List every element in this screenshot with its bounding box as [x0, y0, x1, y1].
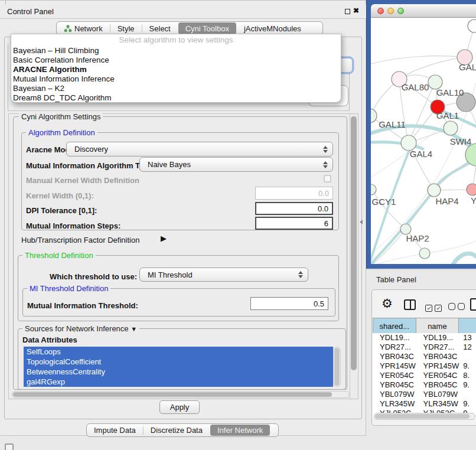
table-row[interactable]: YBL079WYBL079W: [373, 390, 476, 399]
aracne-mode-combobox[interactable]: Discovery: [66, 142, 333, 156]
table-cell[interactable]: YER054C: [416, 371, 460, 380]
network-edge[interactable]: [406, 190, 434, 229]
table-cell[interactable]: YDL19...: [373, 333, 416, 343]
hub-definition-label[interactable]: Hub/Transcription Factor Definition: [21, 236, 139, 244]
column-layout-icon[interactable]: [404, 299, 416, 310]
table-cell[interactable]: 12: [459, 343, 476, 352]
tab-network[interactable]: Network: [57, 22, 110, 35]
tab-style[interactable]: Style: [110, 22, 142, 35]
tab-discretize-data[interactable]: Discretize Data: [144, 424, 210, 436]
network-node[interactable]: [468, 19, 476, 32]
table-cell[interactable]: [459, 390, 476, 399]
close-panel-icon[interactable]: ✖: [353, 6, 359, 15]
table-cell[interactable]: YER054C: [373, 371, 416, 380]
kernel-width-field[interactable]: 0.0: [255, 187, 333, 200]
table-cell[interactable]: YLR345W: [373, 399, 416, 409]
table-cell[interactable]: YLR345W: [416, 399, 460, 409]
network-node[interactable]: [428, 184, 441, 197]
table-row[interactable]: YER054CYER054C8.: [373, 371, 476, 380]
network-canvas[interactable]: GALGAL80GAL10GAL1GAL11SWI4GAL4GCY1HAP4YH…: [371, 18, 476, 264]
window-minimize-button[interactable]: [387, 8, 394, 14]
algorithm-dropdown-item[interactable]: Mutual Information Inference: [11, 74, 341, 84]
network-graph: GALGAL80GAL10GAL1GAL11SWI4GAL4GCY1HAP4YH…: [371, 18, 476, 264]
table-header-partial[interactable]: [459, 318, 476, 334]
tab-select[interactable]: Select: [142, 22, 178, 35]
table-header-shared-name[interactable]: shared...: [373, 318, 416, 334]
table-row[interactable]: YPR145WYPR145W9.: [373, 361, 476, 371]
table-cell[interactable]: YDR27...: [373, 343, 416, 352]
table-row[interactable]: YDR27...YDR27...12: [373, 343, 476, 352]
which-threshold-combobox[interactable]: MI Threshold: [139, 268, 308, 282]
table-cell[interactable]: YPR145W: [416, 361, 460, 371]
table-row[interactable]: YDL19...YDL19...13: [373, 333, 476, 343]
attributes-list-scrollbar-thumb[interactable]: [334, 348, 340, 386]
table-cell[interactable]: 13: [459, 333, 476, 343]
data-attribute-item[interactable]: TopologicalCoefficient: [24, 357, 333, 367]
table-cell[interactable]: 9.: [459, 399, 476, 409]
table-cell[interactable]: YDR27...: [416, 343, 460, 352]
network-node[interactable]: [371, 109, 377, 123]
window-close-button[interactable]: [377, 8, 384, 14]
network-edge[interactable]: [452, 253, 476, 264]
docked-panel-icon[interactable]: [5, 444, 14, 450]
table-cell[interactable]: YBR043C: [373, 352, 416, 361]
settings-horizontal-scrollbar-thumb[interactable]: [13, 392, 332, 397]
algorithm-dropdown-item[interactable]: Bayesian – K2: [11, 84, 341, 93]
network-node[interactable]: [444, 121, 458, 135]
data-attribute-item[interactable]: BetweennessCentrality: [24, 367, 333, 377]
split-divider-arrow-icon[interactable]: [360, 220, 363, 224]
network-window-titlebar[interactable]: [371, 4, 476, 18]
settings-vertical-scrollbar-thumb[interactable]: [351, 116, 357, 370]
table-row[interactable]: YBR045CYBR045C9.: [373, 380, 476, 390]
table-cell[interactable]: YDL19...: [416, 333, 460, 343]
collapse-arrow-icon[interactable]: ▼: [131, 325, 137, 332]
table-cell[interactable]: 8.: [459, 371, 476, 380]
mi-threshold-field[interactable]: 0.5: [250, 297, 328, 310]
algorithm-dropdown-item[interactable]: Basic Correlation Inference: [11, 56, 341, 65]
table-horizontal-scrollbar-thumb[interactable]: [375, 414, 470, 419]
table-row[interactable]: YLR345WYLR345W9.: [373, 399, 476, 409]
table-cell[interactable]: YBL079W: [373, 390, 416, 399]
table-cell[interactable]: YBL079W: [416, 390, 460, 399]
table-cell[interactable]: YPR145W: [373, 361, 416, 371]
tab-infer-network-label: Infer Network: [217, 426, 263, 435]
data-attribute-item[interactable]: SelfLoops: [24, 347, 333, 357]
deselect-all-checkboxes-icon[interactable]: [448, 302, 467, 312]
network-node[interactable]: [419, 248, 430, 259]
dpi-tolerance-field[interactable]: 0.0: [255, 202, 333, 215]
data-attribute-item[interactable]: gal4RGexp: [24, 377, 333, 387]
control-panel-bottom-tabbar: Impute Data Discretize Data Infer Networ…: [86, 423, 279, 437]
expand-arrow-icon[interactable]: ▶: [161, 234, 167, 243]
tab-cyni-toolbox[interactable]: Cyni Toolbox: [178, 22, 236, 34]
new-table-icon[interactable]: [470, 298, 476, 311]
manual-kernel-width-label: Manual Kernel Width Definition: [26, 176, 139, 185]
algorithm-dropdown-item[interactable]: Dream8 DC_TDC Algorithm: [11, 93, 341, 103]
manual-kernel-width-checkbox[interactable]: [324, 175, 331, 182]
algorithm-dropdown-item[interactable]: Bayesian – Hill Climbing: [11, 46, 341, 56]
algorithm-dropdown-item[interactable]: ARACNE Algorithm: [11, 65, 341, 74]
table-cell[interactable]: [459, 352, 476, 361]
table-cell[interactable]: YBR045C: [416, 380, 460, 390]
table-cell[interactable]: 9.: [459, 380, 476, 390]
mi-steps-field[interactable]: 6: [255, 217, 333, 230]
tab-infer-network[interactable]: Infer Network: [210, 425, 270, 436]
select-all-checkboxes-icon[interactable]: ✓✓: [425, 302, 444, 312]
table-cell[interactable]: YBR043C: [416, 352, 460, 361]
tab-impute-data[interactable]: Impute Data: [87, 424, 143, 436]
apply-button[interactable]: Apply: [159, 400, 200, 414]
table-row[interactable]: YBR043CYBR043C: [373, 352, 476, 361]
network-node-label: GAL10: [436, 87, 464, 97]
network-edge[interactable]: [371, 116, 371, 190]
mi-algorithm-type-combobox[interactable]: Naive Bayes: [139, 157, 333, 172]
network-node-label: Y: [471, 195, 476, 206]
window-zoom-button[interactable]: [397, 8, 404, 14]
table-header-name[interactable]: name: [416, 318, 459, 334]
table-settings-gear-icon[interactable]: ⚙: [382, 296, 393, 311]
table-cell[interactable]: YBR045C: [373, 380, 416, 390]
float-panel-icon[interactable]: [345, 9, 350, 14]
tab-style-label: Style: [118, 24, 135, 33]
tab-jactivemnodules[interactable]: jActiveMNodules: [237, 22, 308, 35]
network-node[interactable]: [371, 184, 376, 195]
network-node[interactable]: [467, 184, 476, 195]
table-cell[interactable]: 9.: [459, 361, 476, 371]
